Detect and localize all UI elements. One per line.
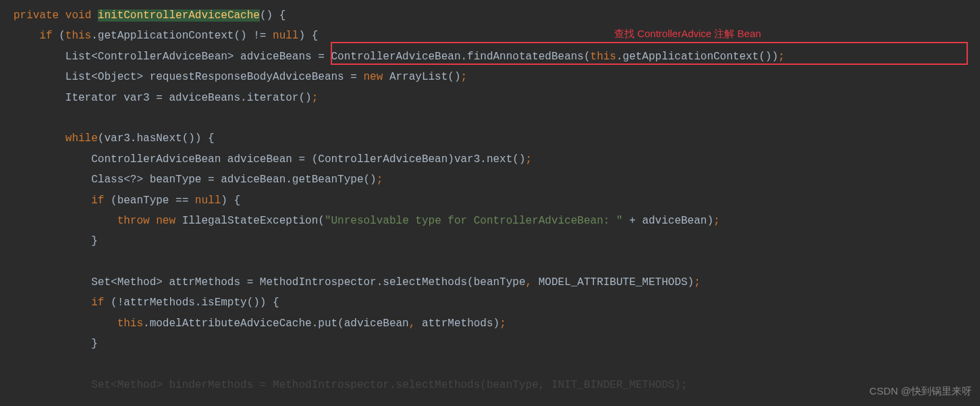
code-line-19: Set<Method> binderMethods = MethodIntros… [0, 375, 980, 395]
code-line-6 [0, 108, 980, 128]
annotation-label: 查找 ControllerAdvice 注解 Bean [614, 24, 761, 44]
code-line-11: throw new IllegalStateException("Unresol… [0, 211, 980, 231]
code-line-3: List<ControllerAdviceBean> adviceBeans =… [0, 47, 980, 67]
keyword-private: private [13, 9, 59, 22]
keyword-if: if [39, 30, 52, 42]
code-line-8: ControllerAdviceBean adviceBean = (Contr… [0, 149, 980, 170]
keyword-if: if [91, 195, 104, 207]
watermark: CSDN @快到锅里来呀 [869, 382, 972, 401]
code-line-9: Class<?> beanType = adviceBean.getBeanTy… [0, 170, 980, 190]
code-line-1: private void initControllerAdviceCache()… [0, 5, 980, 26]
code-editor: private void initControllerAdviceCache()… [0, 5, 980, 395]
code-line-5: Iterator var3 = adviceBeans.iterator(); [0, 88, 980, 108]
string-literal: "Unresolvable type for ControllerAdviceB… [325, 215, 623, 227]
keyword-null: null [273, 30, 298, 42]
keyword-while: while [65, 132, 98, 145]
keyword-new: new [363, 71, 383, 83]
code-line-2: if (this.getApplicationContext() != null… [0, 26, 980, 46]
keyword-this: this [591, 51, 616, 63]
code-line-4: List<Object> requestResponseBodyAdviceBe… [0, 67, 980, 87]
code-line-18 [0, 355, 980, 375]
keyword-null: null [195, 195, 221, 207]
keyword-throw: throw [117, 215, 150, 227]
keyword-this: this [117, 318, 143, 330]
keyword-if: if [91, 297, 104, 309]
code-line-15: if (!attrMethods.isEmpty()) { [0, 293, 980, 313]
code-line-16: this.modelAttributeAdviceCache.put(advic… [0, 313, 980, 334]
code-line-10: if (beanType == null) { [0, 191, 980, 211]
keyword-void: void [65, 9, 91, 22]
keyword-this: this [65, 30, 91, 42]
code-line-7: while(var3.hasNext()) { [0, 128, 980, 149]
code-line-13 [0, 252, 980, 272]
keyword-new: new [156, 215, 175, 227]
code-line-12: } [0, 231, 980, 251]
code-line-14: Set<Method> attrMethods = MethodIntrospe… [0, 272, 980, 293]
method-name-highlight: initControllerAdviceCache [98, 9, 260, 22]
code-line-17: } [0, 334, 980, 354]
